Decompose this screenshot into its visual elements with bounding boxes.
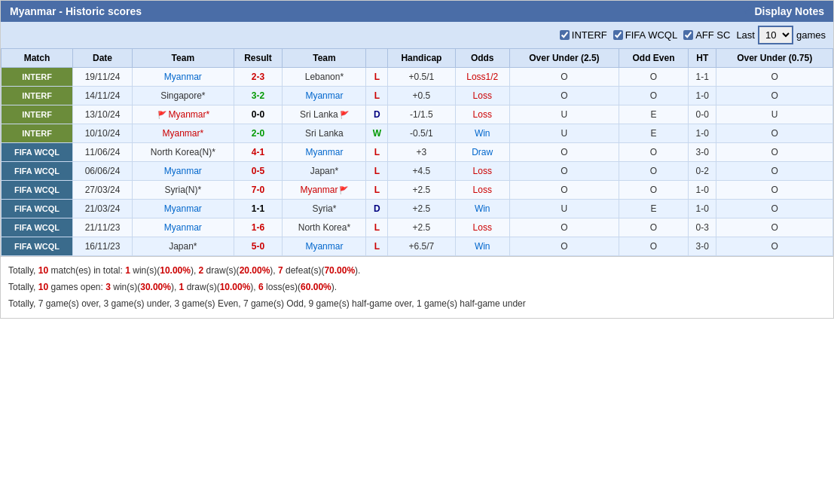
team2-cell[interactable]: Syria* <box>283 200 366 218</box>
result-cell: 3-2 <box>234 87 283 105</box>
col-team1: Team <box>133 49 234 68</box>
ou075-cell: O <box>716 143 833 162</box>
ou075-cell: O <box>716 237 833 256</box>
outcome-cell: L <box>366 237 388 256</box>
oe-cell: E <box>619 200 688 218</box>
summary-open-losses: 6 <box>258 282 264 292</box>
summary-section: Totally, 10 match(es) in total: 1 win(s)… <box>1 256 833 318</box>
summary-wins-pct: 10.00% <box>160 265 191 276</box>
oe-cell: O <box>619 181 688 200</box>
team2-cell[interactable]: Myanmar🚩 <box>283 181 366 200</box>
odds-cell: Loss <box>455 218 509 237</box>
team2-cell[interactable]: Sri Lanka🚩 <box>283 105 366 124</box>
handicap-cell: +2.5 <box>388 200 455 218</box>
table-row: INTERF10/10/24Myanmar*2-0Sri LankaW-0.5/… <box>2 124 833 143</box>
outcome-cell: L <box>366 162 388 181</box>
result-cell: 2-3 <box>234 68 283 87</box>
last-games-filter: Last 5 10 15 20 25 30 games <box>736 26 826 44</box>
col-odds: Odds <box>455 49 509 68</box>
outcome-cell: L <box>366 68 388 87</box>
interf-checkbox[interactable] <box>560 30 570 40</box>
team1-cell[interactable]: Singapore* <box>133 87 234 105</box>
summary-defeats: 7 <box>278 265 283 276</box>
summary-open-losses-pct: 60.00% <box>301 282 331 292</box>
col-over-under-25: Over Under (2.5) <box>509 49 619 68</box>
team1-cell[interactable]: Myanmar* <box>133 124 234 143</box>
team1-cell[interactable]: Myanmar <box>133 218 234 237</box>
fifa-wcql-filter[interactable]: FIFA WCQL <box>613 29 677 41</box>
ht-cell: 3-0 <box>689 237 716 256</box>
table-row: FIFA WCQL16/11/23Japan*5-0MyanmarL+6.5/7… <box>2 237 833 256</box>
fifa-wcql-checkbox[interactable] <box>613 30 623 40</box>
table-row: INTERF19/11/24Myanmar2-3Lebanon*L+0.5/1L… <box>2 68 833 87</box>
match-type-cell: FIFA WCQL <box>2 162 73 181</box>
team1-cell[interactable]: Myanmar <box>133 200 234 218</box>
ht-cell: 3-0 <box>689 143 716 162</box>
result-cell: 7-0 <box>234 181 283 200</box>
handicap-cell: +2.5 <box>388 181 455 200</box>
table-row: FIFA WCQL21/11/23Myanmar1-6North Korea*L… <box>2 218 833 237</box>
team2-cell[interactable]: Lebanon* <box>283 68 366 87</box>
ht-cell: 1-1 <box>689 68 716 87</box>
outcome-cell: L <box>366 87 388 105</box>
match-type-cell: INTERF <box>2 87 73 105</box>
team1-cell[interactable]: Japan* <box>133 237 234 256</box>
oe-cell: O <box>619 237 688 256</box>
team2-cell[interactable]: Myanmar <box>283 143 366 162</box>
aff-sc-checkbox[interactable] <box>683 30 693 40</box>
display-notes-label[interactable]: Display Notes <box>754 5 824 17</box>
team1-cell[interactable]: Myanmar <box>133 162 234 181</box>
outcome-cell: W <box>366 124 388 143</box>
col-match: Match <box>2 49 73 68</box>
ou-cell: U <box>509 200 619 218</box>
result-cell: 0-5 <box>234 162 283 181</box>
date-cell: 06/06/24 <box>73 162 133 181</box>
ou075-cell: O <box>716 218 833 237</box>
team2-cell[interactable]: Myanmar <box>283 237 366 256</box>
handicap-cell: +4.5 <box>388 162 455 181</box>
team1-cell[interactable]: 🚩Myanmar* <box>133 105 234 124</box>
interf-filter[interactable]: INTERF <box>560 29 607 41</box>
main-container: Myanmar - Historic scores ✓ Display Note… <box>0 0 834 319</box>
result-cell: 4-1 <box>234 143 283 162</box>
ou-cell: U <box>509 105 619 124</box>
odds-cell: Win <box>455 237 509 256</box>
games-label: games <box>796 29 826 41</box>
date-cell: 14/11/24 <box>73 87 133 105</box>
ou-cell: O <box>509 181 619 200</box>
col-result: Result <box>234 49 283 68</box>
oe-cell: O <box>619 68 688 87</box>
ou075-cell: O <box>716 68 833 87</box>
odds-cell: Loss <box>455 181 509 200</box>
date-cell: 10/10/24 <box>73 124 133 143</box>
handicap-cell: +0.5/1 <box>388 68 455 87</box>
team1-cell[interactable]: Myanmar <box>133 68 234 87</box>
team2-cell[interactable]: North Korea* <box>283 218 366 237</box>
odds-cell: Win <box>455 200 509 218</box>
ht-cell: 1-0 <box>689 124 716 143</box>
result-cell: 1-1 <box>234 200 283 218</box>
ou-cell: O <box>509 143 619 162</box>
team2-cell[interactable]: Sri Lanka <box>283 124 366 143</box>
team2-cell[interactable]: Myanmar <box>283 87 366 105</box>
table-row: INTERF14/11/24Singapore*3-2MyanmarL+0.5L… <box>2 87 833 105</box>
ou-cell: U <box>509 124 619 143</box>
handicap-cell: -1/1.5 <box>388 105 455 124</box>
date-cell: 21/03/24 <box>73 200 133 218</box>
team1-cell[interactable]: Syria(N)* <box>133 181 234 200</box>
fifa-wcql-label: FIFA WCQL <box>625 29 677 41</box>
ht-cell: 1-0 <box>689 181 716 200</box>
display-notes-check[interactable]: ✓ <box>742 5 751 17</box>
oe-cell: E <box>619 105 688 124</box>
last-games-select[interactable]: 5 10 15 20 25 30 <box>758 26 793 44</box>
page-title: Myanmar - Historic scores <box>10 5 142 17</box>
team2-cell[interactable]: Japan* <box>283 162 366 181</box>
aff-sc-filter[interactable]: AFF SC <box>683 29 730 41</box>
summary-defeats-pct: 70.00% <box>324 265 355 276</box>
scores-table: Match Date Team Result Team Handicap Odd… <box>1 48 833 256</box>
col-handicap: Handicap <box>388 49 455 68</box>
summary-open-wins-pct: 30.00% <box>140 282 171 292</box>
team1-cell[interactable]: North Korea(N)* <box>133 143 234 162</box>
match-type-cell: FIFA WCQL <box>2 218 73 237</box>
table-row: INTERF13/10/24🚩Myanmar*0-0Sri Lanka🚩D-1/… <box>2 105 833 124</box>
